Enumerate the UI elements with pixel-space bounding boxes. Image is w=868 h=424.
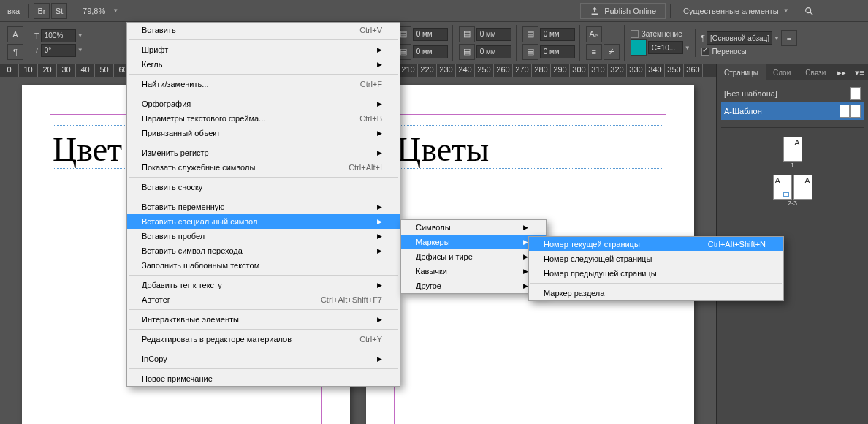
submenu-specchar-item[interactable]: Другое▶ xyxy=(401,279,546,293)
ruler-tick: 280 xyxy=(532,64,551,77)
separator xyxy=(28,4,29,18)
spread-2-3[interactable]: A A 2-3 xyxy=(773,175,812,207)
menu-item-label: InCopy xyxy=(142,355,167,363)
ruler-tick: 230 xyxy=(437,64,456,77)
workspace-label: Существенные элементы xyxy=(683,7,779,15)
app-toolbar: вка Br St 79,8% ▼ Publish Online Существ… xyxy=(0,0,868,22)
para-style-options-icon[interactable]: ≡ xyxy=(781,30,797,46)
menu-item-label: Шрифт xyxy=(142,45,168,54)
context-menu-item[interactable]: АвтотегCtrl+Alt+Shift+F7 xyxy=(127,292,400,307)
context-menu-item[interactable]: Заполнить шаблонным текстом xyxy=(127,258,400,273)
submenu-special-char: Символы▶Маркеры▶Дефисы и тире▶Кавычки▶Др… xyxy=(400,219,547,294)
indent-input-1b[interactable] xyxy=(413,45,448,58)
page-thumb[interactable]: A xyxy=(773,175,792,200)
font-size-input[interactable] xyxy=(41,29,76,42)
indent-input-1a[interactable] xyxy=(413,28,448,41)
dropcap-icon[interactable]: Aₑ xyxy=(586,26,602,42)
submenu-specchar-item[interactable]: Маркеры▶ xyxy=(401,235,546,249)
context-menu-item[interactable]: Кегль▶ xyxy=(127,57,400,72)
submenu-markers-item[interactable]: Номер предыдущей страницы xyxy=(529,266,783,281)
page-thumb[interactable]: A xyxy=(783,137,802,162)
panel-collapse-icon[interactable]: ▸▸ xyxy=(833,68,850,77)
context-menu-item[interactable]: Найти/заменить...Ctrl+F xyxy=(127,77,400,91)
context-menu-item[interactable]: Вставить переменную▶ xyxy=(127,200,400,214)
search-button[interactable] xyxy=(799,1,819,21)
first-line-icon[interactable]: ▤ xyxy=(522,26,538,42)
hyphenate-checkbox-row[interactable]: Переносы xyxy=(701,48,797,56)
master-a-row[interactable]: А-Шаблон xyxy=(721,102,864,120)
magnifier-icon xyxy=(804,6,814,16)
indent-input-3a[interactable] xyxy=(540,28,575,41)
shading-checkbox-row[interactable]: Затемнение xyxy=(631,30,690,38)
menu-shortcut: Ctrl+B xyxy=(359,114,382,123)
context-menu-item[interactable]: Вставить сноску xyxy=(127,180,400,194)
submenu-markers-item[interactable]: Номер текущей страницыCtrl+Alt+Shift+N xyxy=(529,237,783,251)
submenu-specchar-item[interactable]: Символы▶ xyxy=(401,220,546,235)
indent-input-2a[interactable] xyxy=(476,28,511,41)
last-line-icon[interactable]: ▤ xyxy=(522,44,538,60)
ruler-tick: 50 xyxy=(95,64,114,77)
dropdown-arrow-icon[interactable]: ▼ xyxy=(77,47,83,53)
context-menu-item[interactable]: Орфография▶ xyxy=(127,96,400,111)
master-none-label: [Без шаблона] xyxy=(724,89,777,98)
menu-separator xyxy=(129,275,398,276)
submenu-specchar-item[interactable]: Дефисы и тире▶ xyxy=(401,249,546,264)
shading-group: Затемнение ▼ xyxy=(626,29,696,57)
context-menu-item[interactable]: Добавить тег к тексту▶ xyxy=(127,278,400,292)
dropdown-arrow-icon[interactable]: ▼ xyxy=(774,35,780,42)
para-style-input[interactable] xyxy=(707,31,772,45)
workspace-switcher[interactable]: Существенные элементы ▼ xyxy=(675,4,797,18)
submenu-arrow-icon: ▶ xyxy=(377,247,382,254)
context-menu-item[interactable]: Вставить пробел▶ xyxy=(127,229,400,243)
stock-button[interactable]: St xyxy=(51,3,67,19)
context-menu-item[interactable]: Редактировать в редакторе материаловCtrl… xyxy=(127,332,400,347)
indent-input-2b[interactable] xyxy=(476,45,511,58)
swatch-icon[interactable] xyxy=(631,39,647,56)
context-menu-item[interactable]: Интерактивные элементы▶ xyxy=(127,312,400,327)
dropdown-arrow-icon[interactable]: ▼ xyxy=(685,45,690,51)
page-thumb[interactable]: A xyxy=(793,175,812,200)
char-format-a-button[interactable]: A xyxy=(7,26,23,42)
space-after-icon[interactable]: ▤ xyxy=(459,44,475,60)
zoom-level[interactable]: 79,8% xyxy=(77,7,111,15)
tab-pages[interactable]: Страницы xyxy=(717,64,766,80)
context-menu-item[interactable]: Вставить символ перехода▶ xyxy=(127,243,400,258)
dropdown-arrow-icon[interactable]: ▼ xyxy=(113,7,118,14)
menu-item-label: Маркеры xyxy=(416,238,450,246)
master-none-row[interactable]: [Без шаблона] xyxy=(721,85,864,102)
menu-separator xyxy=(129,329,398,330)
context-menu-item[interactable]: Шрифт▶ xyxy=(127,42,400,57)
separator xyxy=(670,4,671,18)
menu-item-label: Вставить xyxy=(142,26,176,34)
ruler-tick: 340 xyxy=(646,64,665,77)
submenu-specchar-item[interactable]: Кавычки▶ xyxy=(401,264,546,279)
context-menu-item[interactable]: Изменить регистр▶ xyxy=(127,145,400,160)
tab-links[interactable]: Связи xyxy=(798,64,833,80)
context-menu-item[interactable]: Параметры текстового фрейма...Ctrl+B xyxy=(127,111,400,126)
tab-layers[interactable]: Слои xyxy=(766,64,798,80)
dropdown-arrow-icon: ▼ xyxy=(783,7,789,14)
publish-online-button[interactable]: Publish Online xyxy=(580,3,666,19)
bridge-button[interactable]: Br xyxy=(34,3,50,19)
submenu-markers-item[interactable]: Маркер раздела xyxy=(529,286,783,300)
context-menu-item[interactable]: Вставить специальный символ▶ xyxy=(127,214,400,229)
submenu-markers-item[interactable]: Номер следующей страницы xyxy=(529,251,783,266)
panel-menu-icon[interactable]: ▾≡ xyxy=(850,68,868,77)
context-menu-item[interactable]: ВставитьCtrl+V xyxy=(127,23,400,37)
no-baseline-icon[interactable]: ≢ xyxy=(604,44,620,60)
horizontal-scale-icon: T xyxy=(34,31,39,40)
dropdown-arrow-icon[interactable]: ▼ xyxy=(77,32,83,39)
indent-input-3b[interactable] xyxy=(540,45,575,58)
swatch-input[interactable] xyxy=(648,41,683,54)
para-format-button[interactable]: ¶ xyxy=(7,44,23,60)
context-menu-item[interactable]: InCopy▶ xyxy=(127,352,400,366)
svg-line-1 xyxy=(810,12,813,15)
context-menu-item[interactable]: Показать служебные символыCtrl+Alt+I xyxy=(127,160,400,175)
ruler-tick: 320 xyxy=(608,64,627,77)
context-menu-item[interactable]: Привязанный объект▶ xyxy=(127,126,400,140)
baseline-grid-icon[interactable]: ≡ xyxy=(586,44,602,60)
rotation-input[interactable] xyxy=(41,44,76,57)
spread-1[interactable]: A 1 xyxy=(783,137,802,169)
context-menu-item[interactable]: Новое примечание xyxy=(127,371,400,386)
space-before-icon[interactable]: ▤ xyxy=(459,26,475,42)
